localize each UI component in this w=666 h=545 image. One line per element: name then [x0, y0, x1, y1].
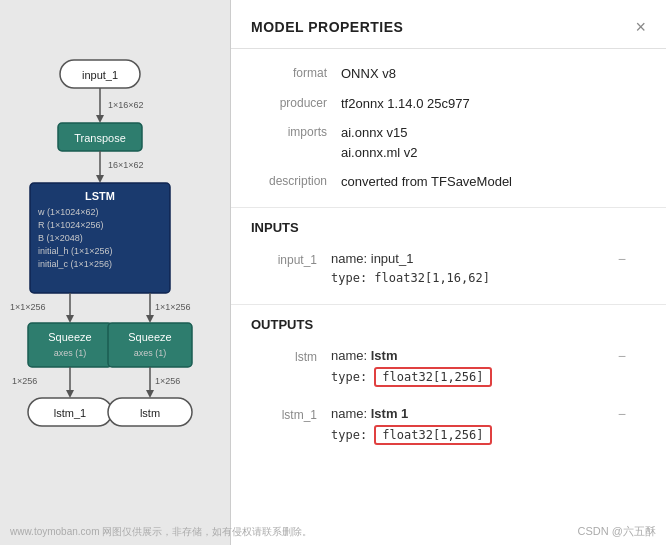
inputs-section: input_1 name: input_1 − type: float32[1,… [231, 241, 666, 304]
imports-values: ai.onnx v15 ai.onnx.ml v2 [341, 123, 418, 162]
format-value: ONNX v8 [341, 64, 396, 84]
input-name-value: input_1 [371, 251, 414, 266]
properties-panel: MODEL PROPERTIES × format ONNX v8 produc… [230, 0, 666, 545]
output-name-text-0: name: lstm [331, 348, 397, 363]
input-name-text-0: name: input_1 [331, 251, 413, 266]
svg-text:1×256: 1×256 [155, 376, 180, 386]
svg-text:lstm_1: lstm_1 [54, 407, 86, 419]
watermark-right: CSDN @六五酥 [578, 524, 656, 539]
output-name-label-0: name: [331, 348, 371, 363]
imports-row: imports ai.onnx v15 ai.onnx.ml v2 [251, 118, 646, 167]
panel-header: MODEL PROPERTIES × [231, 0, 666, 49]
svg-text:axes (1): axes (1) [54, 348, 87, 358]
output-dash-1: − [618, 406, 626, 422]
properties-section: format ONNX v8 producer tf2onnx 1.14.0 2… [231, 49, 666, 207]
output-row-0: lstm name: lstm − type: float32[1,256] [251, 344, 646, 396]
svg-text:LSTM: LSTM [85, 190, 115, 202]
close-button[interactable]: × [635, 18, 646, 36]
svg-text:1×256: 1×256 [12, 376, 37, 386]
svg-text:1×16×62: 1×16×62 [108, 100, 144, 110]
output-id-1: lstm_1 [271, 406, 331, 422]
imports-label: imports [251, 123, 341, 162]
node-squeeze-left[interactable] [28, 323, 112, 367]
output-details-0: name: lstm − type: float32[1,256] [331, 348, 626, 392]
svg-text:axes (1): axes (1) [134, 348, 167, 358]
svg-marker-1 [96, 115, 104, 123]
producer-label: producer [251, 94, 341, 114]
input-type-val-0: float32[1,16,62] [374, 271, 490, 285]
outputs-section-title: OUTPUTS [231, 304, 666, 338]
output-type-badge-0: float32[1,256] [374, 367, 491, 387]
format-row: format ONNX v8 [251, 59, 646, 89]
output-name-row-0: name: lstm − [331, 348, 626, 364]
output-type-row-1: type: float32[1,256] [331, 425, 626, 445]
node-input1-label: input_1 [82, 69, 118, 81]
output-row-1: lstm_1 name: lstm 1 − type: float32[1,25… [251, 402, 646, 454]
svg-text:w  (1×1024×62): w (1×1024×62) [37, 207, 99, 217]
svg-marker-27 [146, 390, 154, 398]
svg-text:R  (1×1024×256): R (1×1024×256) [38, 220, 104, 230]
output-details-1: name: lstm 1 − type: float32[1,256] [331, 406, 626, 450]
imports-value2: ai.onnx.ml v2 [341, 143, 418, 163]
inputs-section-title: INPUTS [231, 207, 666, 241]
svg-text:initial_c  (1×1×256): initial_c (1×1×256) [38, 259, 112, 269]
description-value: converted from TFSaveModel [341, 172, 512, 192]
output-type-row-0: type: float32[1,256] [331, 367, 626, 387]
input-row-0: input_1 name: input_1 − type: float32[1,… [251, 247, 646, 294]
output-name-row-1: name: lstm 1 − [331, 406, 626, 422]
svg-marker-14 [66, 315, 74, 323]
output-type-prefix-0: type: [331, 370, 374, 384]
node-squeeze-right[interactable] [108, 323, 192, 367]
svg-text:1×1×256: 1×1×256 [155, 302, 191, 312]
watermark-left: www.toymoban.com 网图仅供展示，非存储，如有侵权请联系删除。 [10, 525, 312, 539]
input-type-row-0: type: float32[1,16,62] [331, 270, 626, 285]
output-name-label-1: name: [331, 406, 371, 421]
format-label: format [251, 64, 341, 84]
description-row: description converted from TFSaveModel [251, 167, 646, 197]
graph-svg: input_1 1×16×62 Transpose 16×1×62 LSTM w… [0, 0, 230, 545]
svg-text:16×1×62: 16×1×62 [108, 160, 144, 170]
svg-text:Squeeze: Squeeze [48, 331, 91, 343]
output-name-value-1: lstm 1 [371, 406, 409, 421]
svg-text:lstm: lstm [140, 407, 160, 419]
svg-marker-24 [66, 390, 74, 398]
input-type-0: type: float32[1,16,62] [331, 271, 490, 285]
description-label: description [251, 172, 341, 192]
input-name-row-0: name: input_1 − [331, 251, 626, 267]
outputs-section: lstm name: lstm − type: float32[1,256] l… [231, 338, 666, 464]
output-id-0: lstm [271, 348, 331, 364]
svg-text:initial_h  (1×1×256): initial_h (1×1×256) [38, 246, 113, 256]
svg-text:B  (1×2048): B (1×2048) [38, 233, 83, 243]
output-dash-0: − [618, 348, 626, 364]
output-name-text-1: name: lstm 1 [331, 406, 408, 421]
output-name-value-0: lstm [371, 348, 398, 363]
input-name-label: name: [331, 251, 371, 266]
imports-value1: ai.onnx v15 [341, 123, 418, 143]
svg-text:1×1×256: 1×1×256 [10, 302, 46, 312]
input-id-0: input_1 [271, 251, 331, 267]
svg-marker-5 [96, 175, 104, 183]
panel-title: MODEL PROPERTIES [251, 19, 403, 35]
svg-marker-17 [146, 315, 154, 323]
output-type-badge-1: float32[1,256] [374, 425, 491, 445]
output-type-prefix-1: type: [331, 428, 374, 442]
input-details-0: name: input_1 − type: float32[1,16,62] [331, 251, 626, 290]
input-dash-0: − [618, 251, 626, 267]
producer-value: tf2onnx 1.14.0 25c977 [341, 94, 470, 114]
graph-area: input_1 1×16×62 Transpose 16×1×62 LSTM w… [0, 0, 230, 545]
producer-row: producer tf2onnx 1.14.0 25c977 [251, 89, 646, 119]
svg-text:Squeeze: Squeeze [128, 331, 171, 343]
svg-text:Transpose: Transpose [74, 132, 126, 144]
